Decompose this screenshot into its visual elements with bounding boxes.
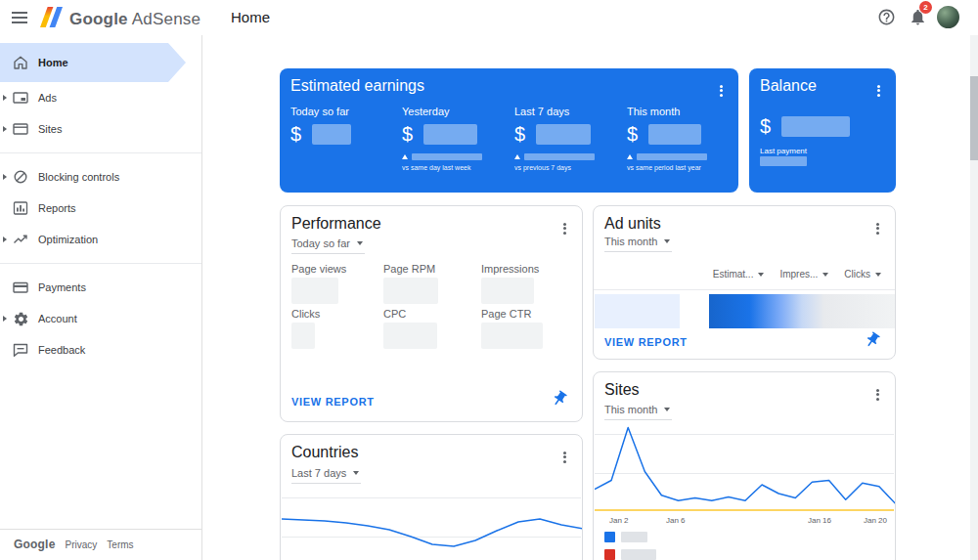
expand-caret-icon <box>3 95 7 101</box>
redacted-value <box>481 278 534 304</box>
metric-label: CPC <box>383 308 437 320</box>
column-dropdown-label: Clicks <box>844 269 870 280</box>
help-icon[interactable] <box>877 8 896 26</box>
x-axis <box>595 509 894 511</box>
last-payment-label: Last payment <box>760 147 807 155</box>
chevron-down-icon <box>822 273 828 277</box>
more-options-icon[interactable] <box>874 385 881 404</box>
sidebar-item-payments[interactable]: Payments <box>0 272 201 303</box>
currency-symbol: $ <box>760 115 771 138</box>
adsense-logo[interactable]: Google AdSense <box>39 6 200 32</box>
privacy-link[interactable]: Privacy <box>66 539 98 550</box>
column-dropdown[interactable]: Clicks <box>844 269 881 280</box>
sidebar-item-label: Account <box>38 313 77 324</box>
view-report-link[interactable]: VIEW REPORT <box>291 396 375 408</box>
pin-icon[interactable] <box>547 386 571 410</box>
metric-label: Page CTR <box>481 308 543 320</box>
legend-item <box>604 549 656 560</box>
date-range-value: This month <box>604 236 657 247</box>
line-chart-svg <box>595 423 896 511</box>
card-title: Balance <box>760 77 817 95</box>
countries-chart <box>282 486 581 560</box>
date-range-dropdown[interactable]: Today so far <box>291 237 365 254</box>
sidebar-item-home[interactable]: Home <box>0 43 186 82</box>
terms-link[interactable]: Terms <box>107 539 133 550</box>
date-range-value: This month <box>604 404 657 415</box>
legend-swatch-blue <box>604 532 615 542</box>
menu-icon[interactable] <box>11 9 28 26</box>
x-tick-label: Jan 6 <box>666 516 686 525</box>
card-title: Countries <box>291 444 358 461</box>
sidebar-item-sites[interactable]: Sites <box>0 113 201 145</box>
sidebar-item-label: Blocking controls <box>38 171 119 183</box>
brand-product: AdSense <box>132 10 200 28</box>
date-range-dropdown[interactable]: This month <box>604 404 672 420</box>
date-range-dropdown[interactable]: Last 7 days <box>291 467 361 484</box>
currency-symbol: $ <box>402 123 413 146</box>
card-title: Performance <box>291 215 381 233</box>
redacted-value <box>383 278 438 304</box>
earnings-column: Last 7 days $ vs previous 7 days <box>514 106 595 171</box>
pin-icon[interactable] <box>860 327 884 352</box>
redacted-value <box>291 278 338 304</box>
sidebar-item-reports[interactable]: Reports <box>0 193 201 224</box>
sidebar-item-label: Feedback <box>38 344 85 356</box>
metric: Clicks <box>291 308 320 349</box>
view-report-link[interactable]: VIEW REPORT <box>604 336 688 348</box>
sidebar-item-ads[interactable]: Ads <box>0 82 201 113</box>
avatar[interactable] <box>937 6 959 28</box>
expand-caret-icon <box>3 237 7 242</box>
more-options-icon[interactable] <box>874 219 881 237</box>
scrollbar-thumb[interactable] <box>970 76 978 160</box>
sidebar-item-optimization[interactable]: Optimization <box>0 224 201 255</box>
metric: CPC <box>383 308 437 349</box>
date-range-dropdown[interactable]: This month <box>604 236 672 252</box>
more-options-icon[interactable] <box>561 448 568 466</box>
redacted-value <box>383 323 437 349</box>
sites-chart <box>595 423 894 511</box>
more-options-icon[interactable] <box>875 81 882 100</box>
more-options-icon[interactable] <box>718 81 725 100</box>
block-icon <box>12 168 29 186</box>
metric-label: Clicks <box>291 308 320 320</box>
expand-caret-icon <box>3 316 7 322</box>
sidebar-item-feedback[interactable]: Feedback <box>0 334 201 366</box>
metric: Page RPM <box>383 263 438 304</box>
sidebar-section-divider <box>0 263 201 264</box>
redacted-row-label <box>595 294 680 328</box>
ad-unit-bar <box>709 294 895 328</box>
balance-value: $ <box>760 106 850 138</box>
sidebar-item-blocking-controls[interactable]: Blocking controls <box>0 161 201 193</box>
legend-swatch-red <box>604 549 615 560</box>
x-tick-label: Jan 20 <box>864 516 887 525</box>
scrollbar-track[interactable] <box>970 35 978 560</box>
payments-icon <box>12 279 29 296</box>
column-dropdown[interactable]: Impres... <box>779 269 828 280</box>
x-tick-label: Jan 2 <box>609 516 629 525</box>
chevron-down-icon <box>664 408 670 411</box>
redacted-value <box>781 116 850 137</box>
metric-label: Page RPM <box>383 263 438 275</box>
redacted-value <box>536 124 591 145</box>
comparison-caption: vs previous 7 days <box>514 164 595 171</box>
chevron-down-icon <box>758 273 764 277</box>
more-options-icon[interactable] <box>561 219 568 237</box>
redacted-delta <box>637 153 707 160</box>
currency-symbol: $ <box>290 123 301 146</box>
expand-caret-icon <box>3 174 7 180</box>
redacted-delta <box>412 153 482 160</box>
redacted-legend-label <box>621 532 647 542</box>
sidebar-footer: Google Privacy Terms <box>0 529 201 559</box>
gear-icon <box>12 310 29 327</box>
ads-icon <box>12 89 29 107</box>
chevron-down-icon <box>357 241 363 245</box>
brand-text: Google AdSense <box>69 10 200 29</box>
column-dropdown[interactable]: Estimat... <box>713 269 765 280</box>
chevron-down-icon <box>353 471 359 475</box>
page-title: Home <box>231 9 270 25</box>
sidebar-item-account[interactable]: Account <box>0 303 201 334</box>
card-title: Estimated earnings <box>290 77 424 95</box>
sidebar: Home Ads Sites Blocking controls Reports… <box>0 35 201 560</box>
sidebar-item-label: Optimization <box>38 234 98 245</box>
up-arrow-icon <box>514 154 520 159</box>
